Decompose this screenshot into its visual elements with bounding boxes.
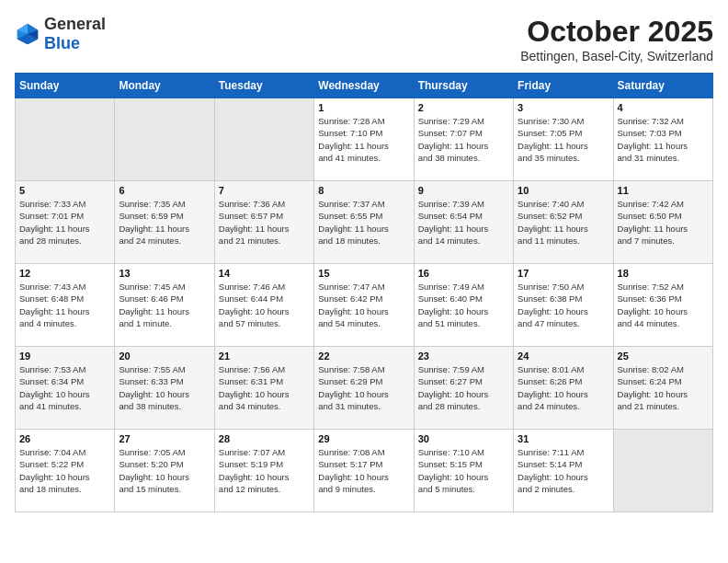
day-info: Sunrise: 7:11 AM Sunset: 5:14 PM Dayligh… xyxy=(518,446,609,495)
day-info: Sunrise: 7:45 AM Sunset: 6:46 PM Dayligh… xyxy=(119,281,210,329)
location-title: Bettingen, Basel-City, Switzerland xyxy=(520,49,713,63)
calendar-cell: 3Sunrise: 7:30 AM Sunset: 7:05 PM Daylig… xyxy=(514,98,613,181)
day-info: Sunrise: 7:46 AM Sunset: 6:44 PM Dayligh… xyxy=(219,281,310,329)
calendar-cell: 23Sunrise: 7:59 AM Sunset: 6:27 PM Dayli… xyxy=(414,347,513,430)
calendar-cell: 12Sunrise: 7:43 AM Sunset: 6:48 PM Dayli… xyxy=(16,264,115,347)
day-number: 28 xyxy=(219,433,310,444)
day-info: Sunrise: 7:29 AM Sunset: 7:07 PM Dayligh… xyxy=(418,115,509,164)
calendar-cell: 28Sunrise: 7:07 AM Sunset: 5:19 PM Dayli… xyxy=(214,430,313,512)
calendar-cell: 15Sunrise: 7:47 AM Sunset: 6:42 PM Dayli… xyxy=(314,264,414,347)
calendar-cell: 8Sunrise: 7:37 AM Sunset: 6:55 PM Daylig… xyxy=(314,181,414,264)
day-info: Sunrise: 7:55 AM Sunset: 6:33 PM Dayligh… xyxy=(119,363,210,412)
day-info: Sunrise: 7:39 AM Sunset: 6:54 PM Dayligh… xyxy=(418,198,509,247)
calendar-cell: 22Sunrise: 7:58 AM Sunset: 6:29 PM Dayli… xyxy=(314,347,414,430)
day-number: 4 xyxy=(618,102,709,113)
day-number: 15 xyxy=(318,268,409,279)
calendar-cell: 21Sunrise: 7:56 AM Sunset: 6:31 PM Dayli… xyxy=(214,347,313,430)
day-info: Sunrise: 7:43 AM Sunset: 6:48 PM Dayligh… xyxy=(19,281,110,329)
weekday-header-sunday: Sunday xyxy=(16,74,115,98)
day-info: Sunrise: 7:36 AM Sunset: 6:57 PM Dayligh… xyxy=(219,198,310,247)
month-title: October 2025 xyxy=(520,15,713,49)
day-number: 3 xyxy=(518,102,609,113)
calendar-table: SundayMondayTuesdayWednesdayThursdayFrid… xyxy=(15,73,713,512)
calendar-cell: 29Sunrise: 7:08 AM Sunset: 5:17 PM Dayli… xyxy=(314,430,414,512)
day-number: 22 xyxy=(318,350,409,362)
weekday-header-thursday: Thursday xyxy=(414,74,513,98)
logo: General Blue xyxy=(15,15,106,53)
day-number: 20 xyxy=(119,350,210,362)
calendar-cell: 9Sunrise: 7:39 AM Sunset: 6:54 PM Daylig… xyxy=(414,181,513,264)
day-info: Sunrise: 7:28 AM Sunset: 7:10 PM Dayligh… xyxy=(318,115,409,164)
day-info: Sunrise: 7:10 AM Sunset: 5:15 PM Dayligh… xyxy=(418,446,509,495)
page-header: General Blue October 2025 Bettingen, Bas… xyxy=(15,15,713,63)
calendar-week-row: 26Sunrise: 7:04 AM Sunset: 5:22 PM Dayli… xyxy=(16,430,713,512)
day-number: 1 xyxy=(318,102,409,113)
weekday-header-wednesday: Wednesday xyxy=(314,74,414,98)
day-number: 18 xyxy=(618,268,709,279)
day-number: 27 xyxy=(119,433,210,444)
calendar-cell: 5Sunrise: 7:33 AM Sunset: 7:01 PM Daylig… xyxy=(16,181,115,264)
day-info: Sunrise: 7:33 AM Sunset: 7:01 PM Dayligh… xyxy=(19,198,110,247)
calendar-cell: 31Sunrise: 7:11 AM Sunset: 5:14 PM Dayli… xyxy=(514,430,613,512)
day-number: 11 xyxy=(618,185,709,196)
day-number: 2 xyxy=(418,102,509,113)
calendar-cell: 16Sunrise: 7:49 AM Sunset: 6:40 PM Dayli… xyxy=(414,264,513,347)
day-info: Sunrise: 8:01 AM Sunset: 6:26 PM Dayligh… xyxy=(518,363,609,412)
calendar-cell: 13Sunrise: 7:45 AM Sunset: 6:46 PM Dayli… xyxy=(115,264,214,347)
day-info: Sunrise: 7:58 AM Sunset: 6:29 PM Dayligh… xyxy=(318,363,409,412)
day-number: 10 xyxy=(518,185,609,196)
calendar-cell: 7Sunrise: 7:36 AM Sunset: 6:57 PM Daylig… xyxy=(214,181,313,264)
calendar-cell: 19Sunrise: 7:53 AM Sunset: 6:34 PM Dayli… xyxy=(16,347,115,430)
calendar-cell: 18Sunrise: 7:52 AM Sunset: 6:36 PM Dayli… xyxy=(613,264,712,347)
day-info: Sunrise: 7:04 AM Sunset: 5:22 PM Dayligh… xyxy=(19,446,110,495)
day-number: 13 xyxy=(119,268,210,279)
day-info: Sunrise: 7:56 AM Sunset: 6:31 PM Dayligh… xyxy=(219,363,310,412)
weekday-header-saturday: Saturday xyxy=(613,74,712,98)
day-number: 25 xyxy=(618,350,709,362)
day-info: Sunrise: 7:52 AM Sunset: 6:36 PM Dayligh… xyxy=(618,281,709,329)
day-number: 16 xyxy=(418,268,509,279)
calendar-week-row: 1Sunrise: 7:28 AM Sunset: 7:10 PM Daylig… xyxy=(16,98,713,181)
day-number: 21 xyxy=(219,350,310,362)
day-info: Sunrise: 7:49 AM Sunset: 6:40 PM Dayligh… xyxy=(418,281,509,329)
calendar-cell: 10Sunrise: 7:40 AM Sunset: 6:52 PM Dayli… xyxy=(514,181,613,264)
day-number: 26 xyxy=(19,433,110,444)
weekday-header-tuesday: Tuesday xyxy=(214,74,313,98)
day-info: Sunrise: 8:02 AM Sunset: 6:24 PM Dayligh… xyxy=(618,363,709,412)
day-number: 14 xyxy=(219,268,310,279)
calendar-cell: 6Sunrise: 7:35 AM Sunset: 6:59 PM Daylig… xyxy=(115,181,214,264)
day-info: Sunrise: 7:05 AM Sunset: 5:20 PM Dayligh… xyxy=(119,446,210,495)
day-info: Sunrise: 7:47 AM Sunset: 6:42 PM Dayligh… xyxy=(318,281,409,329)
weekday-header-friday: Friday xyxy=(514,74,613,98)
day-number: 19 xyxy=(19,350,110,362)
calendar-week-row: 5Sunrise: 7:33 AM Sunset: 7:01 PM Daylig… xyxy=(16,181,713,264)
day-info: Sunrise: 7:08 AM Sunset: 5:17 PM Dayligh… xyxy=(318,446,409,495)
weekday-header-monday: Monday xyxy=(115,74,214,98)
calendar-cell: 27Sunrise: 7:05 AM Sunset: 5:20 PM Dayli… xyxy=(115,430,214,512)
day-number: 5 xyxy=(19,185,110,196)
day-info: Sunrise: 7:40 AM Sunset: 6:52 PM Dayligh… xyxy=(518,198,609,247)
day-info: Sunrise: 7:32 AM Sunset: 7:03 PM Dayligh… xyxy=(618,115,709,164)
calendar-cell: 26Sunrise: 7:04 AM Sunset: 5:22 PM Dayli… xyxy=(16,430,115,512)
day-number: 29 xyxy=(318,433,409,444)
day-info: Sunrise: 7:30 AM Sunset: 7:05 PM Dayligh… xyxy=(518,115,609,164)
calendar-body: 1Sunrise: 7:28 AM Sunset: 7:10 PM Daylig… xyxy=(16,98,713,512)
calendar-cell: 20Sunrise: 7:55 AM Sunset: 6:33 PM Dayli… xyxy=(115,347,214,430)
day-number: 12 xyxy=(19,268,110,279)
calendar-cell: 11Sunrise: 7:42 AM Sunset: 6:50 PM Dayli… xyxy=(613,181,712,264)
calendar-cell: 4Sunrise: 7:32 AM Sunset: 7:03 PM Daylig… xyxy=(613,98,712,181)
logo-text: General Blue xyxy=(44,15,106,53)
calendar-cell xyxy=(16,98,115,181)
day-number: 9 xyxy=(418,185,509,196)
calendar-cell xyxy=(613,430,712,512)
day-number: 24 xyxy=(518,350,609,362)
day-number: 17 xyxy=(518,268,609,279)
day-info: Sunrise: 7:50 AM Sunset: 6:38 PM Dayligh… xyxy=(518,281,609,329)
calendar-cell: 1Sunrise: 7:28 AM Sunset: 7:10 PM Daylig… xyxy=(314,98,414,181)
day-info: Sunrise: 7:37 AM Sunset: 6:55 PM Dayligh… xyxy=(318,198,409,247)
day-number: 8 xyxy=(318,185,409,196)
logo-general: General xyxy=(44,15,106,33)
calendar-cell xyxy=(115,98,214,181)
calendar-cell: 14Sunrise: 7:46 AM Sunset: 6:44 PM Dayli… xyxy=(214,264,313,347)
day-number: 30 xyxy=(418,433,509,444)
